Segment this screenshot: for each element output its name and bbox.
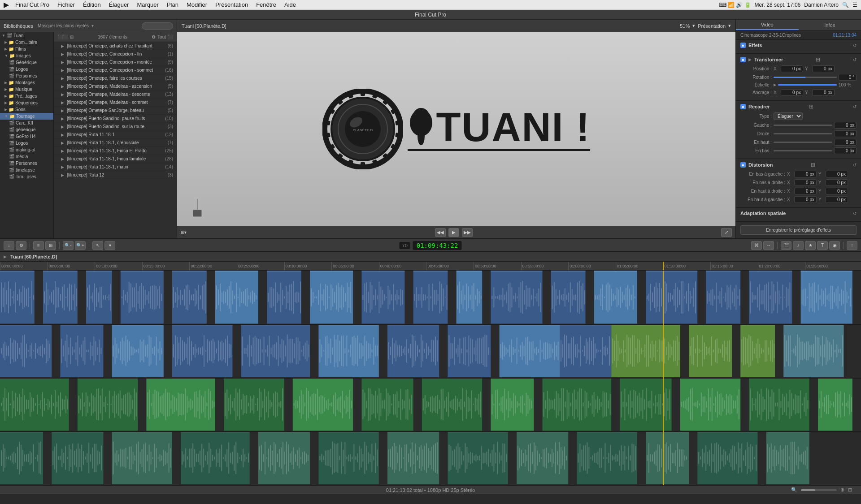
list-item[interactable]: ▶ [film:expé] Ruta 11-18-1, matin (14) (54, 163, 177, 171)
haut-droite-x-input[interactable] (794, 188, 817, 194)
sidebar-item-logos[interactable]: 🎬 Logos (0, 66, 53, 73)
recadrer-toggle[interactable]: ■ (740, 104, 746, 109)
menu-plan[interactable]: Plan (163, 0, 182, 9)
list-item[interactable]: ▶ [film:expé] Puerto Sandino, pause frui… (54, 115, 177, 123)
add-clip-button[interactable]: ↓ (4, 241, 14, 250)
transformer-grid-icon[interactable]: ⊞ (816, 56, 820, 63)
position-y-input[interactable] (812, 65, 835, 72)
sidebar-item-musique[interactable]: ▶ 📁 Musique (0, 86, 53, 93)
en-bas-slider[interactable] (774, 150, 832, 151)
haut-gauche-x-input[interactable] (794, 196, 817, 203)
sidebar-item-generique[interactable]: 🎬 Générique (0, 59, 53, 66)
list-item[interactable]: ▶ [film:expé] Ometepe-SanJorge, bateau (… (54, 107, 177, 115)
sidebar-item-timelapse[interactable]: 🎬 timelapse (0, 167, 53, 173)
haut-droite-y-input[interactable] (826, 188, 848, 194)
zoom-in-btn[interactable]: 🔍+ (75, 241, 86, 250)
sidebar-item-makingof[interactable]: 🎬 making-of (0, 146, 53, 153)
library-search-input[interactable] (142, 22, 173, 30)
en-haut-slider[interactable] (774, 142, 832, 143)
ancrage-y-input[interactable] (812, 89, 835, 96)
droite-slider[interactable] (774, 133, 832, 134)
sidebar-item-sequences[interactable]: ▶ 📁 Séquences (0, 99, 53, 106)
sidebar-item-montages[interactable]: ▶ 📁 Montages (0, 79, 53, 86)
hide-rejected-arrow[interactable]: ▾ (91, 23, 94, 28)
list-item[interactable]: ▶ [film:expé] Ometepe, Concepcion - somm… (54, 66, 177, 74)
distorsion-toggle[interactable]: ■ (740, 162, 746, 168)
sidebar-item-films[interactable]: ▶ 📁 Films (0, 46, 53, 52)
ancrage-x-input[interactable] (781, 89, 803, 96)
view-toggle-grid[interactable]: ⊞ (70, 34, 74, 39)
rotation-slider[interactable] (774, 77, 837, 78)
expand-icon[interactable]: ▶ (774, 83, 776, 87)
en-bas-input[interactable] (834, 147, 857, 154)
fullscreen-button[interactable]: ⤢ (721, 228, 732, 237)
view-btn-2[interactable]: ⊞ (45, 241, 56, 250)
droite-input[interactable] (834, 130, 857, 137)
presentation-btn[interactable]: Présentation (698, 23, 726, 29)
gauche-input[interactable] (834, 122, 857, 129)
sidebar-item-sons[interactable]: ▶ 📁 Sons (0, 106, 53, 113)
rotation-input[interactable] (839, 74, 857, 81)
list-item[interactable]: ▶ [film:expé] Ometepe, Madeiras - sommet… (54, 99, 177, 107)
menu-fenetre[interactable]: Fenêtre (252, 0, 280, 9)
rewind-button[interactable]: ◀◀ (435, 228, 446, 237)
clip-appearance-btn[interactable]: 🎬 (781, 241, 791, 250)
menu-fichier[interactable]: Fichier (54, 0, 78, 9)
list-item[interactable]: ▶ [film:expé] Ometepe, achats chez l'hab… (54, 42, 177, 50)
audio-btn[interactable]: ♪ (793, 241, 804, 250)
hide-rejected-button[interactable]: Masquer les plans rejetés (38, 23, 89, 28)
recadrer-grid-icon[interactable]: ⊞ (809, 103, 813, 110)
sidebar-item-personnes[interactable]: 🎬 Personnes (0, 73, 53, 79)
sidebar-item-images[interactable]: ▼ 📁 Images (0, 52, 53, 59)
effets-expand-icon[interactable]: ↺ (853, 43, 857, 48)
list-item[interactable]: ▶ [film:expé] Ometepe, Concepcion - mont… (54, 58, 177, 66)
timeline-timecode-display[interactable]: 01:09:43:22 (413, 241, 462, 250)
menu-aide[interactable]: Aide (281, 0, 300, 9)
bas-droite-y-input[interactable] (826, 179, 848, 186)
sidebar-item-gopro[interactable]: 🎬 GoPro H4 (0, 133, 53, 140)
zoom-out-icon[interactable]: 🔍 (791, 487, 797, 493)
sidebar-item-tuani[interactable]: ▼ 🎬 Tuani (0, 32, 53, 39)
export-btn[interactable]: ↑ (847, 241, 857, 250)
settings-button[interactable]: ⚙ (16, 241, 26, 250)
list-item[interactable]: ▶ [film:expé] Ruta 11-18-1, Finca El Pra… (54, 147, 177, 155)
bas-gauche-y-input[interactable] (826, 171, 848, 177)
zoom-level[interactable]: 51% (680, 23, 690, 29)
gauche-slider[interactable] (774, 125, 832, 126)
timeline-canvas[interactable] (0, 271, 861, 485)
view-btn-1[interactable]: ≡ (33, 241, 44, 250)
distorsion-expand-icon[interactable]: ↺ (853, 163, 857, 168)
status-layout-icon[interactable]: ⊞ (848, 487, 852, 493)
zoom-timeline-btn[interactable]: ↔ (763, 241, 774, 250)
filter-all-label[interactable]: Tout (157, 34, 166, 39)
transformer-expand-arrow[interactable]: ▶ (748, 57, 752, 62)
menu-icon[interactable]: ☰ (852, 2, 857, 8)
list-item[interactable]: ▶ [film:expé] Ometepe, Madeiras - ascens… (54, 82, 177, 90)
menu-finalcutpro[interactable]: Final Cut Pro (12, 0, 53, 9)
sidebar-item-pretages[interactable]: ▶ 📁 Pré...tages (0, 93, 53, 99)
transformer-toggle[interactable]: ■ (740, 57, 746, 62)
menu-elaguer[interactable]: Élaguer (105, 0, 133, 9)
zoom-in-icon[interactable]: ⊕ (840, 487, 844, 493)
en-haut-input[interactable] (834, 139, 857, 146)
play-button[interactable]: ▶ (448, 228, 459, 237)
timeline-expand-arrow[interactable]: ▶ (4, 254, 7, 259)
color-btn[interactable]: ◉ (829, 241, 840, 250)
transitions-btn[interactable]: T (817, 241, 828, 250)
list-item[interactable]: ▶ [film:expé] Ruta 11-18-1, Finca famili… (54, 155, 177, 163)
list-item[interactable]: ▶ [film:expé] Ruta 12 (3) (54, 171, 177, 179)
effets-toggle[interactable]: ■ (740, 43, 746, 48)
sidebar-item-commentaire[interactable]: ▶ 📁 Com...taire (0, 39, 53, 46)
list-item[interactable]: ▶ [film:expé] Puerto Sandino, sur la rou… (54, 123, 177, 131)
tool-dropdown[interactable]: ▾ (104, 241, 115, 250)
list-item[interactable]: ▶ [film:expé] Ometepe, Concepcion - fin … (54, 50, 177, 58)
sidebar-item-media[interactable]: 🎬 média (0, 153, 53, 160)
bas-droite-x-input[interactable] (794, 179, 817, 186)
list-item[interactable]: ▶ [film:expé] Ometepe, faire les courses… (54, 74, 177, 82)
save-preset-button[interactable]: Enregistrer le préréglage d'effets (740, 225, 857, 235)
menu-modifier[interactable]: Modifier (183, 0, 211, 9)
settings-icon[interactable]: ⚙ (152, 34, 156, 39)
list-item[interactable]: ▶ [film:expé] Ruta 11-18-1, crépuscule (… (54, 139, 177, 147)
presentation-dropdown-icon[interactable]: ▾ (728, 23, 731, 29)
type-select[interactable]: Élaguer (774, 112, 803, 120)
